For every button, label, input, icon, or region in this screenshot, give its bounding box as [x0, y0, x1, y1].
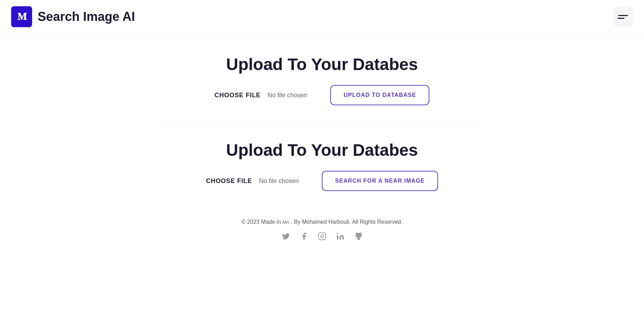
section-divider: [165, 123, 479, 123]
header-left: 𝐌 Search Image AI: [11, 6, 135, 27]
linkedin-icon[interactable]: [336, 232, 345, 243]
hamburger-line-2: [617, 18, 624, 19]
svg-point-2: [324, 234, 324, 235]
file-row-1: CHOOSE FILE No file chosen UPLOAD TO DAT…: [215, 85, 430, 105]
footer-country-code: MA: [282, 220, 289, 225]
no-file-label-2: No file chosen: [259, 177, 315, 185]
instagram-icon[interactable]: [318, 232, 326, 243]
section2-title: Upload To Your Databes: [226, 140, 418, 160]
logo-box: 𝐌: [11, 6, 32, 27]
footer-copyright: © 2023 Made in MA . By Mohamed Harbouli.…: [242, 219, 403, 225]
svg-rect-0: [319, 233, 326, 240]
footer: © 2023 Made in MA . By Mohamed Harbouli.…: [0, 212, 644, 250]
footer-copyright-text: © 2023 Made in: [242, 219, 281, 225]
upload-to-database-button[interactable]: UPLOAD TO DATABASE: [330, 85, 429, 105]
section1-title: Upload To Your Databes: [226, 55, 418, 74]
file-row-2: CHOOSE FILE No file chosen SEARCH FOR A …: [206, 171, 438, 191]
facebook-icon[interactable]: [300, 232, 308, 243]
search-near-image-button[interactable]: SEARCH FOR A NEAR IMAGE: [322, 171, 438, 191]
no-file-label-1: No file chosen: [267, 92, 323, 99]
upload-section-2: Upload To Your Databes CHOOSE FILE No fi…: [206, 140, 438, 191]
svg-point-1: [321, 235, 324, 238]
social-icons-row: [282, 232, 363, 243]
upload-section-1: Upload To Your Databes CHOOSE FILE No fi…: [215, 55, 430, 105]
app-title: Search Image AI: [38, 9, 135, 24]
hamburger-line-1: [618, 15, 628, 16]
twitter-icon[interactable]: [282, 232, 290, 243]
main-content: Upload To Your Databes CHOOSE FILE No fi…: [0, 34, 644, 205]
github-icon[interactable]: [354, 232, 363, 243]
svg-point-3: [337, 233, 338, 234]
menu-button[interactable]: [613, 7, 633, 26]
footer-rest-text: . By Mohamed Harbouli. All Rights Reserv…: [291, 219, 402, 225]
choose-file-button-2[interactable]: CHOOSE FILE: [206, 177, 252, 185]
logo-icon: 𝐌: [17, 11, 26, 23]
choose-file-button-1[interactable]: CHOOSE FILE: [215, 92, 261, 99]
header: 𝐌 Search Image AI: [0, 0, 644, 34]
